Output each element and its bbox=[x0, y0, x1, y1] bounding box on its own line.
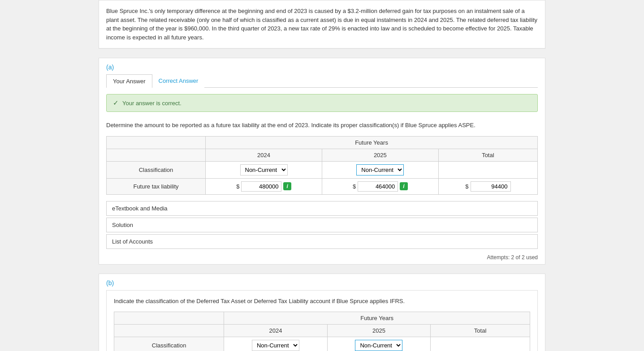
b-col-empty bbox=[114, 325, 224, 337]
list-of-accounts-accordion[interactable]: List of Accounts bbox=[106, 234, 538, 249]
liability-row: Future tax liability $ i $ bbox=[107, 178, 538, 194]
section-a-question: Determine the amount to be reported as a… bbox=[99, 117, 545, 136]
liability-2024-cell: $ i bbox=[206, 178, 322, 194]
section-b-inner-card: Indicate the classification of the Defer… bbox=[106, 290, 538, 351]
classification-row: Classification Non-Current Current Non-C… bbox=[107, 161, 538, 178]
tabs-container: Your Answer Correct Answer bbox=[99, 74, 545, 88]
liability-total-cell: $ bbox=[438, 178, 537, 194]
correct-banner: ✓ Your answer is correct. bbox=[106, 94, 538, 112]
dollar-total: $ bbox=[465, 183, 468, 190]
b-col-2024: 2024 bbox=[224, 325, 327, 337]
solution-accordion[interactable]: Solution bbox=[106, 218, 538, 232]
section-b-card: (b) Indicate the classification of the D… bbox=[99, 274, 545, 351]
classification-total-cell bbox=[438, 161, 537, 178]
section-a-card: (a) Your Answer Correct Answer ✓ Your an… bbox=[99, 58, 545, 265]
etextbook-accordion[interactable]: eTextbook and Media bbox=[106, 201, 538, 216]
tab-your-answer[interactable]: Your Answer bbox=[106, 74, 152, 88]
b-future-years-header: Future Years bbox=[224, 312, 530, 325]
b-classification-label: Classification bbox=[114, 337, 224, 351]
correct-text: Your answer is correct. bbox=[122, 100, 182, 107]
b-empty-header bbox=[114, 312, 224, 325]
b-classification-2024-cell: Non-Current Current bbox=[224, 337, 327, 351]
col-2024: 2024 bbox=[206, 149, 322, 161]
b-classification-2025-select[interactable]: Non-Current Current bbox=[355, 340, 402, 351]
section-b-question: Indicate the classification of the Defer… bbox=[107, 291, 537, 312]
tabs: Your Answer Correct Answer bbox=[106, 74, 538, 88]
b-classification-total-cell bbox=[431, 337, 530, 351]
problem-card: Blue Spruce Inc.'s only temporary differ… bbox=[99, 0, 545, 49]
liability-total-input[interactable] bbox=[471, 181, 511, 192]
liability-total-input-group: $ bbox=[443, 181, 533, 192]
liability-2025-input[interactable] bbox=[358, 181, 398, 192]
classification-label: Classification bbox=[107, 161, 206, 178]
b-col-2025: 2025 bbox=[327, 325, 430, 337]
future-years-header: Future Years bbox=[206, 136, 538, 149]
liability-label: Future tax liability bbox=[107, 178, 206, 194]
classification-2024-cell: Non-Current Current bbox=[206, 161, 322, 178]
liability-2024-input-group: $ i bbox=[210, 181, 317, 192]
b-classification-row: Classification Non-Current Current Non-C… bbox=[114, 337, 530, 351]
classification-2024-select[interactable]: Non-Current Current bbox=[240, 164, 288, 176]
col-total: Total bbox=[438, 149, 537, 161]
liability-2024-input[interactable] bbox=[241, 181, 281, 192]
dollar-2025: $ bbox=[353, 183, 356, 190]
section-b-table-wrapper: Future Years 2024 2025 Total Classificat… bbox=[114, 312, 530, 351]
col-2025: 2025 bbox=[322, 149, 438, 161]
empty-header bbox=[107, 136, 206, 149]
section-a-label: (a) bbox=[99, 58, 545, 74]
classification-2025-select[interactable]: Non-Current Current bbox=[356, 164, 404, 176]
section-b-label: (b) bbox=[99, 274, 545, 290]
tab-correct-answer[interactable]: Correct Answer bbox=[152, 74, 205, 88]
attempts-text: Attempts: 2 of 2 used bbox=[99, 251, 545, 264]
problem-text: Blue Spruce Inc.'s only temporary differ… bbox=[99, 0, 545, 48]
b-classification-2025-cell: Non-Current Current bbox=[327, 337, 430, 351]
info-2025-button[interactable]: i bbox=[400, 182, 407, 190]
section-a-table-wrapper: Future Years 2024 2025 Total Classificat… bbox=[106, 136, 538, 195]
info-2024-button[interactable]: i bbox=[283, 182, 291, 190]
section-a-table: Future Years 2024 2025 Total Classificat… bbox=[106, 136, 538, 195]
classification-2025-cell: Non-Current Current bbox=[322, 161, 438, 178]
liability-2025-input-group: $ i bbox=[327, 181, 434, 192]
liability-2025-cell: $ i bbox=[322, 178, 438, 194]
section-b-table: Future Years 2024 2025 Total Classificat… bbox=[114, 312, 530, 351]
dollar-2024: $ bbox=[236, 183, 239, 190]
b-classification-2024-select[interactable]: Non-Current Current bbox=[252, 340, 299, 351]
col-empty bbox=[107, 149, 206, 161]
b-col-total: Total bbox=[431, 325, 530, 337]
check-icon: ✓ bbox=[113, 99, 119, 107]
